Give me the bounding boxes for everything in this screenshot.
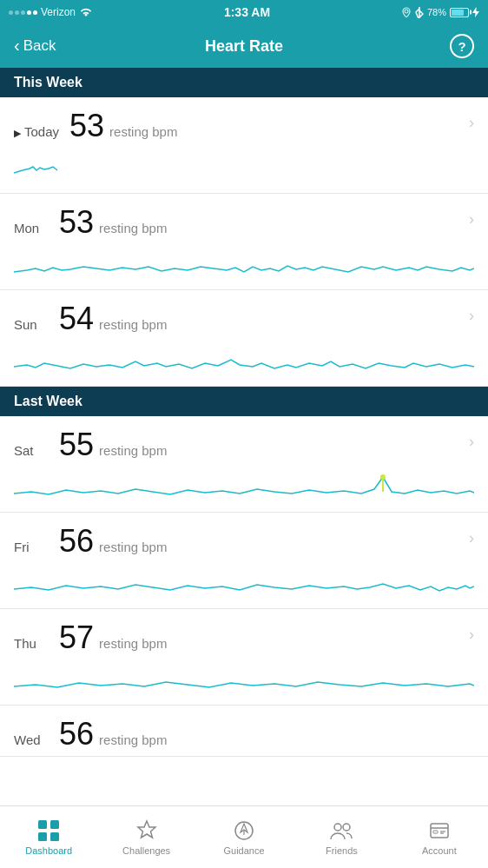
- status-left: Verizon: [9, 6, 93, 18]
- chevron-sat: ›: [469, 433, 474, 451]
- day-bpm-mon: 53: [59, 204, 94, 241]
- back-arrow-icon: ‹: [14, 36, 20, 56]
- section-header-last-week: Last Week: [0, 387, 488, 416]
- day-bpm-fri: 56: [59, 523, 94, 560]
- day-unit-fri: resting bpm: [99, 540, 167, 554]
- friends-icon: [329, 818, 353, 819]
- nav-item-guidance[interactable]: Guidance: [195, 806, 293, 819]
- guidance-icon: [232, 818, 256, 819]
- chevron-mon: ›: [469, 210, 474, 229]
- day-row-mon[interactable]: Mon 53 resting bpm ›: [0, 194, 488, 290]
- chart-fri: [0, 563, 488, 608]
- back-label: Back: [23, 37, 56, 55]
- chart-sun: [0, 341, 488, 386]
- dot5: [33, 10, 37, 15]
- carrier-name: Verizon: [41, 6, 76, 18]
- dot3: [21, 10, 25, 15]
- nav-item-friends[interactable]: Friends: [293, 806, 390, 819]
- wifi-icon: [79, 7, 93, 17]
- day-bpm-sun: 54: [59, 301, 94, 337]
- dot1: [9, 10, 13, 15]
- dot4: [27, 10, 31, 15]
- svg-point-2: [380, 474, 386, 480]
- day-row-fri[interactable]: Fri 56 resting bpm ›: [0, 513, 488, 609]
- day-label-mon: Mon: [14, 221, 59, 235]
- charging-icon: [472, 7, 479, 17]
- day-row-sat[interactable]: Sat 55 resting bpm ›: [0, 416, 488, 513]
- day-bpm-wed: 56: [59, 716, 94, 752]
- nav-item-dashboard[interactable]: Dashboard: [0, 806, 97, 819]
- chevron-fri: ›: [469, 529, 474, 547]
- dashboard-icon: [36, 818, 61, 819]
- back-button[interactable]: ‹ Back: [14, 36, 56, 56]
- chevron-thu: ›: [469, 626, 474, 644]
- chart-sat: [0, 467, 488, 512]
- day-unit-sun: resting bpm: [99, 317, 167, 332]
- chevron-today: ›: [469, 114, 474, 132]
- battery-percent: 78%: [427, 7, 446, 17]
- day-bpm-sat: 55: [59, 427, 94, 463]
- status-time: 1:33 AM: [224, 5, 270, 19]
- page-title: Heart Rate: [205, 37, 283, 56]
- day-row-wed[interactable]: Wed 56 resting bpm: [0, 706, 488, 757]
- bottom-navigation: Dashboard Challenges Guidance: [0, 805, 488, 819]
- day-label-sat: Sat: [14, 443, 59, 458]
- day-unit-sat: resting bpm: [99, 443, 167, 458]
- day-row-sun[interactable]: Sun 54 resting bpm ›: [0, 290, 488, 387]
- status-right: 78%: [401, 6, 479, 18]
- day-row-today[interactable]: ▶ Today 53 resting bpm ›: [0, 97, 488, 194]
- day-bpm-today: 53: [69, 108, 104, 144]
- main-content: This Week ▶ Today 53 resting bpm › Mon 5…: [0, 68, 488, 819]
- bluetooth-icon: [415, 6, 424, 18]
- day-label-today: Today: [24, 124, 69, 139]
- dot2: [15, 10, 19, 15]
- day-bpm-thu: 57: [59, 620, 94, 656]
- challenges-icon: [135, 818, 159, 819]
- day-label-thu: Thu: [14, 636, 59, 651]
- location-icon: [401, 7, 412, 17]
- chart-thu: [0, 659, 488, 705]
- day-row-thu[interactable]: Thu 57 resting bpm ›: [0, 609, 488, 706]
- account-icon: [427, 818, 452, 819]
- nav-item-challenges[interactable]: Challenges: [97, 806, 195, 819]
- app-header: ‹ Back Heart Rate ?: [0, 24, 488, 68]
- day-unit-today: resting bpm: [109, 124, 177, 139]
- day-label-fri: Fri: [14, 540, 59, 554]
- nav-item-account[interactable]: Account: [391, 806, 488, 819]
- chevron-sun: ›: [469, 307, 474, 325]
- day-unit-wed: resting bpm: [99, 732, 167, 747]
- svg-point-0: [405, 10, 408, 13]
- help-button[interactable]: ?: [450, 34, 474, 58]
- chart-mon: [0, 244, 488, 289]
- status-bar: Verizon 1:33 AM 78%: [0, 0, 488, 24]
- chart-today: [0, 148, 488, 193]
- today-arrow-icon: ▶: [14, 128, 21, 139]
- signal-dots: [9, 10, 37, 15]
- day-label-wed: Wed: [14, 732, 59, 747]
- day-unit-mon: resting bpm: [99, 221, 167, 235]
- battery-indicator: [450, 8, 469, 17]
- section-header-this-week: This Week: [0, 68, 488, 97]
- day-unit-thu: resting bpm: [99, 636, 167, 651]
- day-label-sun: Sun: [14, 317, 59, 332]
